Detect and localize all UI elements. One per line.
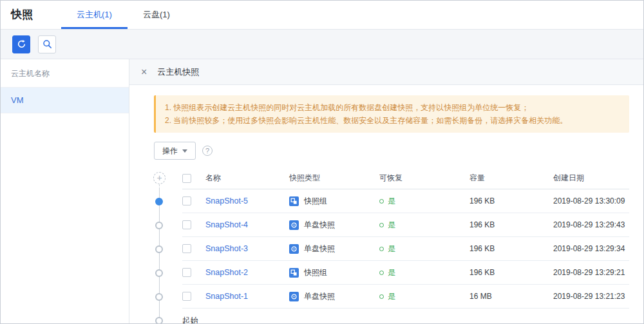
snapshot-type-label: 快照组 bbox=[304, 267, 327, 278]
recoverable-label: 是 bbox=[388, 196, 395, 207]
column-header-capacity: 容量 bbox=[469, 173, 553, 184]
search-button[interactable] bbox=[38, 35, 56, 53]
table-row: SnapShot-2 快照组 是 196 KB 2019-08-29 13:29… bbox=[154, 261, 629, 285]
table-row: SnapShot-5 快照组 是 196 KB 2019-08-29 13:30… bbox=[154, 189, 629, 213]
table-header-row: + 名称 快照类型 可恢复 容量 创建日期 bbox=[154, 167, 629, 189]
notice-line-1: 1. 快照组表示创建云主机快照的同时对云主机加载的所有数据盘创建快照，支持以快照… bbox=[165, 101, 620, 114]
operate-label: 操作 bbox=[162, 146, 178, 157]
timeline-node bbox=[155, 317, 163, 323]
timeline-node[interactable] bbox=[155, 293, 163, 301]
single-disk-snapshot-icon bbox=[289, 292, 299, 301]
timeline-rail bbox=[154, 285, 182, 309]
row-checkbox[interactable] bbox=[182, 268, 191, 277]
snapshot-page: 快照 云主机(1) 云盘(1) bbox=[0, 0, 644, 324]
column-header-type: 快照类型 bbox=[289, 173, 379, 184]
table-row: SnapShot-4 单盘快照 是 196 KB 2019-08-29 13:2… bbox=[154, 213, 629, 237]
column-header-name: 名称 bbox=[205, 173, 289, 184]
snapshot-type-label: 快照组 bbox=[304, 196, 327, 207]
row-checkbox[interactable] bbox=[182, 292, 191, 301]
created-date-value: 2019-08-29 13:29:21 bbox=[553, 268, 629, 277]
timeline-origin-row: 起始 bbox=[154, 309, 629, 323]
recoverable-label: 是 bbox=[388, 267, 395, 278]
timeline-rail bbox=[154, 237, 182, 261]
timeline-rail bbox=[154, 213, 182, 237]
row-checkbox[interactable] bbox=[182, 196, 191, 205]
close-icon[interactable]: × bbox=[138, 66, 149, 79]
timeline-node[interactable] bbox=[155, 269, 163, 277]
search-icon bbox=[43, 39, 52, 49]
toolbar bbox=[1, 30, 643, 59]
origin-label: 起始 bbox=[182, 316, 198, 324]
snapshot-type-label: 单盘快照 bbox=[304, 243, 335, 254]
capacity-value: 196 KB bbox=[469, 268, 553, 277]
top-bar: 快照 云主机(1) 云盘(1) bbox=[1, 1, 643, 30]
snapshot-name-link[interactable]: SnapShot-4 bbox=[205, 220, 248, 229]
sidebar: 云主机名称 VM bbox=[1, 59, 129, 323]
created-date-value: 2019-08-29 13:29:43 bbox=[553, 220, 629, 229]
snapshot-name-link[interactable]: SnapShot-1 bbox=[205, 292, 248, 301]
add-snapshot-icon[interactable]: + bbox=[153, 172, 166, 184]
refresh-icon bbox=[17, 39, 26, 49]
recoverable-status-icon bbox=[379, 199, 384, 204]
content-area: 云主机名称 VM × 云主机快照 1. 快照组表示创建云主机快照的同时对云主机加… bbox=[1, 59, 643, 323]
timeline-node[interactable] bbox=[155, 245, 163, 253]
table-body: SnapShot-5 快照组 是 196 KB 2019-08-29 13:30… bbox=[154, 189, 629, 309]
timeline-node[interactable] bbox=[155, 222, 163, 229]
timeline-rail bbox=[154, 309, 182, 323]
recoverable-status-icon bbox=[379, 223, 384, 227]
notice-box: 1. 快照组表示创建云主机快照的同时对云主机加载的所有数据盘创建快照，支持以快照… bbox=[154, 95, 629, 133]
select-all-checkbox[interactable] bbox=[182, 174, 191, 183]
tab-bar: 云主机(1) 云盘(1) bbox=[61, 1, 185, 29]
help-icon[interactable]: ? bbox=[202, 146, 213, 156]
actions-row: 操作 ? bbox=[154, 142, 629, 160]
sidebar-header: 云主机名称 bbox=[1, 59, 129, 88]
chevron-down-icon bbox=[182, 149, 187, 153]
snapshot-table: + 名称 快照类型 可恢复 容量 创建日期 bbox=[154, 167, 629, 323]
notice-line-2: 2. 当前快照较多；使用过多快照会影响云主机性能、数据安全以及主存储容量；如需长… bbox=[165, 114, 620, 127]
sidebar-item-vm[interactable]: VM bbox=[1, 88, 129, 113]
table-row: SnapShot-1 单盘快照 是 16 MB 2019-08-29 13:21… bbox=[154, 285, 629, 309]
tab-cloud-host[interactable]: 云主机(1) bbox=[61, 1, 128, 29]
snapshot-group-icon bbox=[289, 268, 299, 278]
operate-dropdown-button[interactable]: 操作 bbox=[154, 142, 196, 160]
created-date-value: 2019-08-29 13:21:23 bbox=[553, 292, 629, 301]
snapshot-name-link[interactable]: SnapShot-2 bbox=[205, 268, 248, 277]
single-disk-snapshot-icon bbox=[289, 220, 299, 230]
timeline-rail bbox=[154, 261, 182, 285]
snapshot-type-label: 单盘快照 bbox=[304, 291, 335, 302]
recoverable-label: 是 bbox=[388, 291, 395, 302]
created-date-value: 2019-08-29 13:30:09 bbox=[553, 196, 629, 205]
recoverable-status-icon bbox=[379, 294, 384, 299]
recoverable-status-icon bbox=[379, 247, 384, 251]
page-title: 快照 bbox=[1, 1, 52, 29]
row-checkbox[interactable] bbox=[182, 220, 191, 229]
refresh-button[interactable] bbox=[12, 35, 30, 53]
capacity-value: 196 KB bbox=[469, 244, 553, 253]
snapshot-group-icon bbox=[289, 196, 299, 206]
snapshot-name-link[interactable]: SnapShot-3 bbox=[205, 244, 248, 253]
capacity-value: 16 MB bbox=[469, 292, 553, 301]
snapshot-name-link[interactable]: SnapShot-5 bbox=[205, 196, 248, 205]
panel-header: × 云主机快照 bbox=[129, 59, 643, 85]
single-disk-snapshot-icon bbox=[289, 244, 299, 254]
panel-body: 1. 快照组表示创建云主机快照的同时对云主机加载的所有数据盘创建快照，支持以快照… bbox=[129, 85, 643, 323]
tab-cloud-disk[interactable]: 云盘(1) bbox=[128, 1, 185, 29]
table-row: SnapShot-3 单盘快照 是 196 KB 2019-08-29 13:2… bbox=[154, 237, 629, 261]
snapshot-panel: × 云主机快照 1. 快照组表示创建云主机快照的同时对云主机加载的所有数据盘创建… bbox=[129, 59, 643, 323]
column-header-created: 创建日期 bbox=[553, 173, 629, 184]
recoverable-label: 是 bbox=[388, 220, 395, 231]
column-header-recoverable: 可恢复 bbox=[379, 173, 469, 184]
created-date-value: 2019-08-29 13:29:34 bbox=[553, 244, 629, 253]
capacity-value: 196 KB bbox=[469, 196, 553, 205]
row-checkbox[interactable] bbox=[182, 244, 191, 253]
recoverable-label: 是 bbox=[388, 243, 395, 254]
timeline-rail bbox=[154, 189, 182, 213]
timeline-node[interactable] bbox=[155, 198, 163, 205]
panel-title: 云主机快照 bbox=[157, 66, 199, 78]
capacity-value: 196 KB bbox=[469, 220, 553, 229]
snapshot-type-label: 单盘快照 bbox=[304, 220, 335, 231]
timeline-rail: + bbox=[154, 167, 182, 189]
recoverable-status-icon bbox=[379, 271, 384, 275]
